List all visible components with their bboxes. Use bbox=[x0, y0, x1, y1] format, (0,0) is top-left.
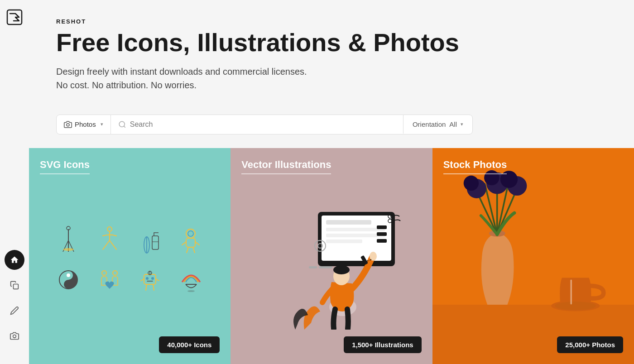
hero-title: Free Icons, Illustrations & Photos bbox=[56, 29, 607, 57]
svg-rect-45 bbox=[377, 225, 387, 229]
svg-rect-1 bbox=[14, 284, 19, 289]
svg-rect-43 bbox=[326, 234, 385, 237]
sidebar-item-pen[interactable] bbox=[5, 301, 24, 321]
vector-illustrations-card-label: Vector Illustrations bbox=[241, 159, 331, 174]
svg-icons-badge[interactable]: 40,000+ Icons bbox=[159, 336, 220, 353]
sidebar-item-shapes[interactable] bbox=[5, 275, 24, 295]
svg-point-74 bbox=[555, 302, 596, 310]
icon-preview-yinyang bbox=[53, 264, 85, 296]
sidebar bbox=[0, 0, 29, 364]
svg-rect-47 bbox=[377, 239, 387, 243]
svg-rect-44 bbox=[326, 239, 362, 243]
icon-preview-robot bbox=[134, 264, 166, 296]
svg-point-29 bbox=[151, 277, 154, 280]
svg-line-34 bbox=[156, 279, 159, 281]
svg-rect-53 bbox=[319, 266, 332, 268]
icon-preview-mat bbox=[134, 223, 166, 255]
svg-rect-17 bbox=[186, 238, 195, 247]
stock-photos-card[interactable]: Stock Photos bbox=[432, 148, 634, 364]
icon-preview-heart-people bbox=[94, 264, 125, 296]
svg-point-38 bbox=[187, 290, 195, 292]
brand-label: RESHOT bbox=[56, 18, 607, 25]
svg-line-19 bbox=[195, 242, 199, 245]
orientation-label: Orientation bbox=[413, 120, 446, 128]
svg-point-68 bbox=[463, 175, 478, 190]
type-chevron-icon: ▾ bbox=[101, 121, 103, 127]
svg-rect-46 bbox=[377, 232, 387, 236]
search-bar: Photos ▾ Orientation All ▾ bbox=[56, 115, 473, 134]
content-type-selector[interactable]: Photos ▾ bbox=[57, 115, 111, 134]
stock-photo-preview bbox=[432, 148, 634, 364]
sidebar-navigation bbox=[5, 250, 24, 346]
svg-point-4 bbox=[119, 121, 125, 127]
icon-preview-yoga bbox=[94, 223, 125, 255]
svg-point-10 bbox=[107, 227, 112, 231]
stock-photos-badge[interactable]: 25,000+ Photos bbox=[557, 336, 623, 353]
svg-line-20 bbox=[187, 247, 188, 253]
pen-icon bbox=[10, 306, 19, 315]
search-icon bbox=[118, 120, 126, 129]
svg-icons-card-label: SVG Icons bbox=[40, 159, 90, 174]
main-content: RESHOT Free Icons, Illustrations & Photo… bbox=[29, 0, 634, 364]
search-input-wrap bbox=[111, 115, 403, 134]
icons-grid-preview bbox=[53, 223, 207, 296]
stock-photos-card-label: Stock Photos bbox=[443, 159, 507, 174]
svg-point-28 bbox=[146, 277, 149, 280]
svg-line-35 bbox=[146, 284, 147, 290]
search-input[interactable] bbox=[130, 120, 396, 129]
svg-rect-13 bbox=[152, 236, 158, 249]
icon-preview-astronaut bbox=[175, 223, 207, 255]
camera-type-icon bbox=[64, 120, 72, 129]
orientation-filter[interactable]: Orientation All ▾ bbox=[403, 115, 472, 134]
sidebar-item-home[interactable] bbox=[5, 250, 24, 270]
svg-point-9 bbox=[63, 248, 74, 251]
svg-point-56 bbox=[333, 265, 350, 274]
svg-point-24 bbox=[67, 283, 70, 286]
content-type-label: Photos bbox=[75, 120, 96, 128]
svg-point-3 bbox=[67, 123, 69, 126]
svg-icons-card[interactable]: SVG Icons bbox=[29, 148, 231, 364]
orientation-value: All bbox=[449, 120, 457, 128]
svg-point-57 bbox=[370, 252, 377, 261]
svg-point-25 bbox=[102, 271, 106, 275]
svg-line-33 bbox=[141, 279, 144, 281]
icon-preview-tower bbox=[53, 223, 85, 255]
icon-preview-rainbow-bowl bbox=[175, 264, 207, 296]
vector-illustrations-badge[interactable]: 1,500+ Illustrations bbox=[344, 336, 421, 353]
svg-rect-27 bbox=[144, 274, 156, 284]
logo[interactable] bbox=[6, 9, 23, 27]
svg-rect-52 bbox=[309, 266, 317, 268]
svg-point-16 bbox=[188, 231, 193, 236]
content-grid: SVG Icons bbox=[29, 148, 634, 364]
svg-line-18 bbox=[182, 242, 186, 245]
vector-illustration-preview bbox=[259, 203, 404, 321]
svg-rect-41 bbox=[326, 220, 371, 225]
svg-line-36 bbox=[153, 284, 154, 290]
hero-subtitle: Design freely with instant downloads and… bbox=[56, 65, 607, 92]
svg-point-15 bbox=[186, 229, 195, 238]
svg-rect-60 bbox=[432, 305, 634, 364]
sidebar-item-camera[interactable] bbox=[5, 326, 24, 346]
svg-line-21 bbox=[193, 247, 195, 253]
search-section: Photos ▾ Orientation All ▾ bbox=[29, 105, 634, 148]
svg-point-2 bbox=[13, 335, 16, 338]
hero-section: RESHOT Free Icons, Illustrations & Photo… bbox=[29, 0, 634, 105]
vector-illustrations-card[interactable]: Vector Illustrations bbox=[231, 148, 432, 364]
svg-point-23 bbox=[67, 273, 70, 277]
orientation-chevron-icon: ▾ bbox=[461, 121, 463, 127]
reshot-logo-icon bbox=[6, 9, 23, 25]
svg-point-26 bbox=[113, 271, 117, 275]
shapes-icon bbox=[10, 281, 19, 290]
svg-rect-42 bbox=[326, 228, 385, 231]
camera-icon bbox=[10, 331, 19, 340]
home-icon bbox=[10, 255, 19, 264]
